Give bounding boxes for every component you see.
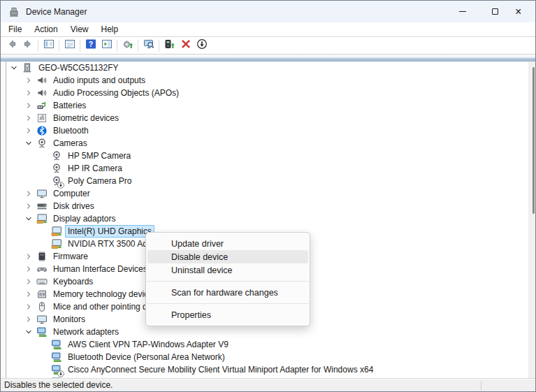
tree-item-label-selected[interactable]: Intel(R) UHD Graphics (66, 226, 154, 237)
chevron-right-icon[interactable] (23, 87, 34, 99)
show-action-pane-button[interactable] (99, 38, 115, 53)
chevron-right-icon[interactable] (23, 112, 34, 124)
scrollbar-thumb[interactable] (533, 67, 535, 214)
tree-item[interactable]: AWS Client VPN TAP-Windows Adapter V9 (6, 338, 535, 351)
tree-item-label[interactable]: Monitors (51, 314, 87, 325)
enable-device-button[interactable] (161, 38, 178, 53)
device-manager-app-icon (8, 6, 20, 17)
tree-item[interactable]: Disk drives (6, 200, 535, 212)
forward-button[interactable] (20, 38, 36, 53)
arrow-left-icon (6, 38, 17, 52)
monitor-icon (36, 314, 48, 325)
maximize-button[interactable] (479, 1, 512, 22)
menu-item-update-driver[interactable]: Update driver (146, 237, 310, 250)
tree-item[interactable]: Display adaptors (6, 212, 535, 225)
red-x-icon (180, 38, 191, 52)
tree-item-label[interactable]: Memory technology devices (51, 289, 159, 300)
tree-item[interactable]: HP 5MP Camera (6, 150, 535, 162)
tree-item[interactable]: Network adapters (6, 326, 535, 338)
chevron-right-icon[interactable] (23, 125, 34, 136)
tree-item[interactable]: Bluetooth Device (Personal Area Network) (6, 351, 535, 363)
tree-item-label[interactable]: Firmware (51, 251, 90, 262)
tree-item-label[interactable]: HP 5MP Camera (66, 150, 133, 161)
tree-item-label[interactable]: HP IR Camera (66, 163, 124, 174)
tree-item-label[interactable]: Human Interface Devices (51, 263, 150, 275)
menu-file[interactable]: File (2, 23, 28, 36)
chevron-right-icon[interactable] (23, 276, 34, 287)
tree-item-label[interactable]: GEO-W5CG51132FY (36, 62, 120, 73)
properties-button[interactable] (61, 38, 78, 53)
tree-item-label[interactable]: Batteries (51, 100, 88, 111)
window-title: Device Manager (26, 7, 87, 17)
tree-item[interactable]: Audio inputs and outputs (6, 74, 535, 87)
minimize-button[interactable] (446, 1, 479, 22)
chevron-down-icon[interactable] (8, 62, 20, 73)
tree-item-label[interactable]: Audio Processing Objects (APOs) (51, 87, 181, 99)
chevron-right-icon[interactable] (23, 314, 34, 325)
chevron-down-icon[interactable] (23, 138, 34, 149)
uninstall-device-button[interactable] (178, 38, 194, 53)
menu-item-disable-device[interactable]: Disable device (147, 250, 308, 263)
help-button[interactable]: ? (82, 38, 99, 53)
vertical-scrollbar[interactable] (528, 61, 535, 378)
menu-help[interactable]: Help (95, 23, 125, 36)
update-driver-button[interactable] (119, 38, 136, 53)
tree-item-label[interactable]: Cameras (51, 138, 89, 149)
bluetooth-icon (36, 125, 48, 136)
back-button[interactable] (3, 38, 20, 53)
network-icon (51, 339, 62, 350)
chevron-right-icon[interactable] (23, 188, 34, 199)
disable-device-button[interactable] (194, 38, 210, 53)
show-console-tree-button[interactable] (41, 38, 57, 53)
chevron-right-icon[interactable] (23, 289, 34, 300)
tree-item[interactable]: GEO-W5CG51132FY (6, 61, 535, 74)
disabled-overlay-icon (57, 182, 64, 189)
svg-text:?: ? (88, 40, 92, 48)
menu-action[interactable]: Action (28, 23, 64, 36)
mouse-icon (36, 301, 48, 312)
tree-item-label[interactable]: Computer (51, 188, 92, 199)
chevron-right-icon[interactable] (23, 75, 34, 86)
chevron-right-icon[interactable] (23, 100, 34, 111)
tree-item-label[interactable]: AWS Client VPN TAP-Windows Adapter V9 (66, 339, 231, 350)
tree-item[interactable]: Poly Camera Pro (6, 175, 535, 187)
chevron-right-icon[interactable] (23, 251, 34, 262)
menu-item-properties[interactable]: Properties (146, 308, 310, 321)
tree-item[interactable]: Batteries (6, 99, 535, 112)
chevron-down-icon[interactable] (23, 213, 34, 224)
scan-hardware-changes-button[interactable] (140, 38, 157, 53)
tree-item[interactable]: Audio Processing Objects (APOs) (6, 87, 535, 99)
tree-item[interactable]: Cisco AnyConnect Secure Mobility Client … (6, 363, 535, 376)
tree-item[interactable]: Biometric devices (6, 112, 535, 124)
close-button[interactable]: × (512, 1, 535, 22)
tree-item-label[interactable]: Display adaptors (51, 213, 117, 224)
chevron-right-icon[interactable] (23, 201, 34, 212)
context-menu-separator (147, 303, 309, 304)
chevron-right-icon[interactable] (23, 301, 34, 312)
tree-item-label[interactable]: Cisco AnyConnect Secure Mobility Client … (66, 364, 375, 375)
close-icon: × (515, 6, 521, 17)
tree-item[interactable]: Bluetooth (6, 124, 535, 137)
tree-item-label[interactable]: Network adapters (51, 326, 121, 337)
tree-item-label[interactable]: Biometric devices (51, 112, 121, 124)
tree-item-label[interactable]: Poly Camera Pro (66, 175, 133, 187)
tree-item[interactable]: HP IR Camera (6, 162, 535, 175)
tree-item-label[interactable]: Disk drives (51, 201, 96, 212)
speaker-icon (36, 87, 48, 99)
menu-item-uninstall-device[interactable]: Uninstall device (146, 263, 310, 277)
status-bar-divider (481, 381, 481, 390)
tree-item[interactable]: Cameras (6, 137, 535, 150)
chevron-down-icon[interactable] (23, 326, 34, 337)
menu-item-scan-for-hardware-changes[interactable]: Scan for hardware changes (146, 286, 310, 299)
tree-item-label[interactable]: Audio inputs and outputs (51, 75, 147, 86)
tree-item-label[interactable]: Bluetooth (51, 125, 91, 136)
gamepad-icon (36, 263, 48, 275)
menu-view[interactable]: View (64, 23, 95, 36)
tree-item[interactable]: Computer (6, 187, 535, 200)
chevron-right-icon[interactable] (23, 263, 34, 275)
monitor-icon (36, 188, 48, 199)
display-adapter-icon (51, 238, 62, 249)
network-icon (51, 351, 62, 363)
tree-item-label[interactable]: Keyboards (51, 276, 95, 287)
tree-item-label[interactable]: Bluetooth Device (Personal Area Network) (66, 351, 227, 363)
